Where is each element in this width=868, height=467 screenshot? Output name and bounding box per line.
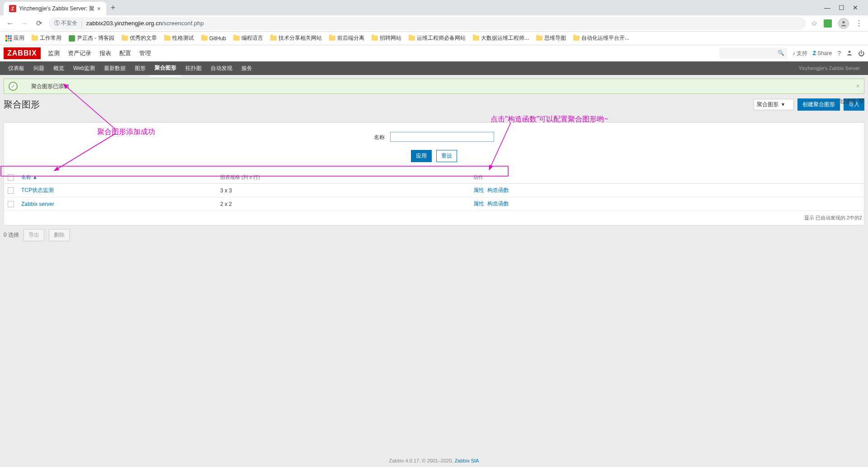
subnav-graphs[interactable]: 图形	[130, 61, 150, 76]
bookmark-item[interactable]: GitHub	[201, 35, 226, 42]
nav-reload-icon[interactable]: ⟳	[34, 19, 43, 28]
window-close-icon[interactable]: ✕	[853, 4, 858, 11]
create-screen-button[interactable]: 创建聚合图形	[797, 98, 840, 111]
export-button[interactable]: 导出	[24, 229, 44, 241]
zabbix-header: ZABBIX 监测 资产记录 报表 配置 管理 🔍 ♪ 支持 ZShare ? …	[0, 45, 868, 61]
folder-icon	[409, 36, 415, 41]
filter-apply-button[interactable]: 应用	[411, 150, 432, 162]
screen-name-link[interactable]: TCP状态监测	[21, 187, 54, 193]
user-icon[interactable]	[846, 50, 853, 57]
browser-tab[interactable]: Z Yinzhengjie's Zabbix Server: 聚 ×	[4, 2, 106, 15]
bookmark-item[interactable]: 编程语言	[233, 34, 263, 42]
main-nav: 监测 资产记录 报表 配置 管理	[47, 46, 152, 61]
nav-back-icon[interactable]: ←	[5, 19, 14, 28]
subnav-overview[interactable]: 概览	[49, 61, 69, 76]
nav-reports[interactable]: 报表	[99, 46, 112, 61]
subnav-maps[interactable]: 拓扑图	[181, 61, 206, 76]
url-input[interactable]: ① 不安全 | zabbix203.yinzhengjie.org.cn/scr…	[49, 17, 806, 30]
subnav-services[interactable]: 服务	[237, 61, 257, 76]
properties-link[interactable]: 属性	[473, 201, 484, 207]
check-icon: ✓	[9, 82, 18, 91]
filter-name-input[interactable]	[390, 132, 494, 142]
bookmark-item[interactable]: 思维导图	[536, 34, 566, 42]
window-maximize-icon[interactable]: ☐	[839, 4, 844, 11]
filter-name-label: 名称	[374, 134, 385, 140]
bookmark-item[interactable]: 前后端分离	[329, 34, 364, 42]
tab-title: Yinzhengjie's Zabbix Server: 聚	[19, 5, 94, 13]
col-name[interactable]: 名称 ▲	[18, 171, 217, 184]
folder-icon	[473, 36, 479, 41]
constructor-link[interactable]: 构造函数	[487, 201, 509, 207]
properties-link[interactable]: 属性	[473, 187, 484, 193]
search-input[interactable]	[719, 48, 787, 59]
table-row: Zabbix server2 x 2属性 构造函数	[4, 197, 864, 211]
bookmark-item[interactable]: 大数据运维工程师...	[473, 34, 529, 42]
nav-inventory[interactable]: 资产记录	[67, 46, 92, 61]
share-link[interactable]: ZShare	[813, 50, 832, 56]
folder-icon	[122, 36, 128, 41]
folder-icon	[164, 36, 170, 41]
bookmark-item[interactable]: 自动化运维平台开...	[573, 34, 629, 42]
page-footer: Zabbix 4.0.17. © 2001–2020, Zabbix SIA	[0, 458, 868, 463]
table-row: TCP状态监测3 x 3属性 构造函数	[4, 184, 864, 197]
support-link[interactable]: ♪ 支持	[793, 50, 807, 57]
row-checkbox[interactable]	[8, 201, 14, 207]
nav-configuration[interactable]: 配置	[118, 46, 132, 61]
tab-close-icon[interactable]: ×	[97, 5, 101, 12]
sub-nav: 仪表板 问题 概览 Web监测 最新数据 图形 聚合图形 拓扑图 自动发现 服务…	[0, 61, 868, 75]
bookmark-item[interactable]: 招聘网站	[372, 34, 401, 42]
search-icon[interactable]: 🔍	[778, 50, 784, 56]
extension-icon[interactable]	[824, 19, 832, 28]
filter-toggle[interactable]: 过滤器	[840, 98, 864, 105]
folder-icon	[233, 36, 240, 41]
col-size: 图表规格 (列 x 行)	[217, 171, 470, 184]
apps-grid-icon	[5, 35, 12, 42]
row-checkbox[interactable]	[8, 187, 14, 194]
filter-reset-button[interactable]: 重设	[436, 150, 457, 162]
select-all-checkbox[interactable]	[8, 174, 14, 181]
subnav-web[interactable]: Web监测	[69, 61, 99, 76]
bookmark-item[interactable]: 性格测试	[164, 34, 194, 42]
zabbix-logo[interactable]: ZABBIX	[4, 47, 41, 59]
bookmark-item[interactable]: 技术分享相关网站	[270, 34, 322, 42]
site-icon	[69, 35, 75, 42]
selected-count: 0 选择	[4, 231, 19, 239]
message-close-icon[interactable]: ×	[856, 83, 859, 89]
filter-icon	[858, 98, 864, 105]
logout-icon[interactable]: ⏻	[858, 50, 864, 57]
folder-icon	[270, 36, 277, 41]
nav-administration[interactable]: 管理	[138, 46, 152, 61]
screen-type-select[interactable]: 聚合图形 ▾	[754, 99, 794, 110]
bookmark-item[interactable]: 工作常用	[32, 34, 61, 42]
window-controls: — ☐ ✕	[818, 4, 864, 11]
delete-button[interactable]: 删除	[49, 229, 70, 241]
browser-menu-icon[interactable]: ⋮	[855, 19, 863, 28]
nav-monitoring[interactable]: 监测	[47, 46, 61, 61]
subnav-dashboard[interactable]: 仪表板	[4, 61, 29, 76]
new-tab-button[interactable]: +	[106, 3, 120, 13]
screen-size: 2 x 2	[217, 197, 470, 211]
tab-favicon: Z	[9, 5, 16, 12]
bookmark-item[interactable]: 运维工程师必备网站	[409, 34, 466, 42]
bookmark-item[interactable]: 优秀的文章	[122, 34, 157, 42]
success-message: ✓ 聚合图形已添加 ×	[4, 79, 864, 94]
folder-icon	[32, 36, 38, 41]
subnav-screens[interactable]: 聚合图形	[150, 61, 181, 77]
subnav-problems[interactable]: 问题	[29, 61, 49, 76]
address-bar: ← → ⟳ ① 不安全 | zabbix203.yinzhengjie.org.…	[0, 15, 868, 32]
col-actions: 动作	[470, 171, 864, 184]
bookmarks-bar: 应用 工作常用 尹正杰 - 博客园 优秀的文章 性格测试 GitHub 编程语言…	[0, 32, 868, 45]
constructor-link[interactable]: 构造函数	[487, 187, 509, 193]
bookmark-item[interactable]: 尹正杰 - 博客园	[69, 34, 114, 42]
help-icon[interactable]: ?	[837, 50, 841, 57]
subnav-latest[interactable]: 最新数据	[99, 61, 130, 76]
zabbix-sia-link[interactable]: Zabbix SIA	[455, 458, 479, 463]
window-minimize-icon[interactable]: —	[824, 4, 830, 11]
profile-avatar-icon[interactable]	[838, 18, 849, 29]
bookmark-apps[interactable]: 应用	[5, 34, 24, 42]
screen-name-link[interactable]: Zabbix server	[21, 201, 54, 207]
nav-forward-icon[interactable]: →	[20, 19, 29, 28]
bookmark-star-icon[interactable]: ☆	[811, 19, 817, 28]
url-text: zabbix203.yinzhengjie.org.cn/screenconf.…	[86, 20, 203, 27]
subnav-discovery[interactable]: 自动发现	[206, 61, 237, 76]
